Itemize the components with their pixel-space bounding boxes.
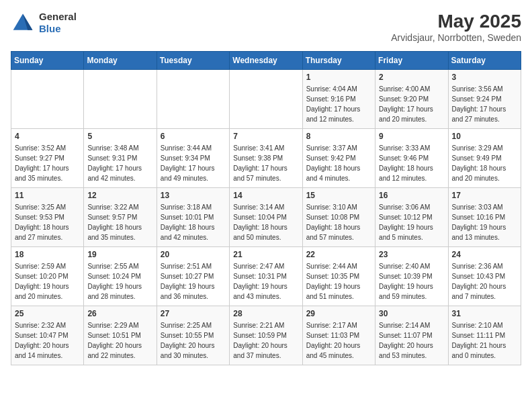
- day-number: 29: [306, 309, 371, 318]
- day-cell: 9Sunrise: 3:33 AM Sunset: 9:46 PM Daylig…: [375, 129, 448, 188]
- header-friday: Friday: [375, 52, 448, 70]
- day-number: 13: [161, 191, 226, 200]
- day-number: 14: [233, 191, 298, 200]
- header-monday: Monday: [84, 52, 157, 70]
- day-number: 30: [379, 309, 444, 318]
- day-number: 12: [87, 191, 152, 200]
- day-number: 28: [233, 309, 298, 318]
- day-info: Sunrise: 3:25 AM Sunset: 9:53 PM Dayligh…: [15, 202, 80, 242]
- day-info: Sunrise: 3:56 AM Sunset: 9:24 PM Dayligh…: [452, 84, 517, 124]
- day-cell: 8Sunrise: 3:37 AM Sunset: 9:42 PM Daylig…: [302, 129, 375, 188]
- day-number: 11: [15, 191, 80, 200]
- day-number: 20: [161, 250, 226, 259]
- header-tuesday: Tuesday: [157, 52, 229, 70]
- day-cell: [84, 70, 157, 129]
- day-info: Sunrise: 3:18 AM Sunset: 10:01 PM Daylig…: [161, 202, 226, 242]
- day-cell: 25Sunrise: 2:32 AM Sunset: 10:47 PM Dayl…: [11, 306, 84, 365]
- logo-text: General Blue: [39, 11, 77, 35]
- day-cell: 20Sunrise: 2:51 AM Sunset: 10:27 PM Dayl…: [157, 247, 229, 306]
- day-cell: 26Sunrise: 2:29 AM Sunset: 10:51 PM Dayl…: [84, 306, 157, 365]
- day-cell: 23Sunrise: 2:40 AM Sunset: 10:39 PM Dayl…: [375, 247, 448, 306]
- header-row: Sunday Monday Tuesday Wednesday Thursday…: [11, 52, 521, 70]
- day-number: 31: [452, 309, 517, 318]
- day-info: Sunrise: 2:29 AM Sunset: 10:51 PM Daylig…: [87, 320, 152, 361]
- day-number: 19: [87, 250, 152, 259]
- day-info: Sunrise: 2:25 AM Sunset: 10:55 PM Daylig…: [161, 320, 226, 361]
- header-sunday: Sunday: [11, 52, 84, 70]
- day-info: Sunrise: 2:17 AM Sunset: 11:03 PM Daylig…: [306, 320, 371, 361]
- day-cell: 22Sunrise: 2:44 AM Sunset: 10:35 PM Dayl…: [302, 247, 375, 306]
- week-row-3: 11Sunrise: 3:25 AM Sunset: 9:53 PM Dayli…: [11, 188, 521, 247]
- day-info: Sunrise: 3:03 AM Sunset: 10:16 PM Daylig…: [452, 202, 517, 242]
- day-info: Sunrise: 3:14 AM Sunset: 10:04 PM Daylig…: [233, 202, 298, 242]
- month-year: May 2025: [391, 11, 521, 32]
- day-number: 25: [15, 309, 80, 318]
- calendar-table: Sunday Monday Tuesday Wednesday Thursday…: [11, 51, 521, 365]
- day-cell: 28Sunrise: 2:21 AM Sunset: 10:59 PM Dayl…: [230, 306, 302, 365]
- day-cell: 15Sunrise: 3:10 AM Sunset: 10:08 PM Dayl…: [302, 188, 375, 247]
- day-info: Sunrise: 3:44 AM Sunset: 9:34 PM Dayligh…: [161, 143, 226, 183]
- day-cell: 2Sunrise: 4:00 AM Sunset: 9:20 PM Daylig…: [375, 70, 448, 129]
- week-row-5: 25Sunrise: 2:32 AM Sunset: 10:47 PM Dayl…: [11, 306, 521, 365]
- week-row-1: 1Sunrise: 4:04 AM Sunset: 9:16 PM Daylig…: [11, 70, 521, 129]
- day-number: 27: [161, 309, 226, 318]
- day-number: 24: [452, 250, 517, 259]
- day-info: Sunrise: 3:48 AM Sunset: 9:31 PM Dayligh…: [87, 143, 152, 183]
- day-info: Sunrise: 3:52 AM Sunset: 9:27 PM Dayligh…: [15, 143, 80, 183]
- calendar-body: 1Sunrise: 4:04 AM Sunset: 9:16 PM Daylig…: [11, 70, 521, 365]
- day-info: Sunrise: 3:22 AM Sunset: 9:57 PM Dayligh…: [87, 202, 152, 242]
- day-info: Sunrise: 2:55 AM Sunset: 10:24 PM Daylig…: [87, 261, 152, 302]
- day-info: Sunrise: 2:59 AM Sunset: 10:20 PM Daylig…: [15, 261, 80, 302]
- day-cell: [157, 70, 229, 129]
- day-info: Sunrise: 3:29 AM Sunset: 9:49 PM Dayligh…: [452, 143, 517, 183]
- day-number: 6: [161, 132, 226, 141]
- day-number: 21: [233, 250, 298, 259]
- day-cell: 10Sunrise: 3:29 AM Sunset: 9:49 PM Dayli…: [448, 129, 521, 188]
- day-info: Sunrise: 2:40 AM Sunset: 10:39 PM Daylig…: [379, 261, 444, 302]
- day-number: 3: [452, 73, 517, 82]
- day-info: Sunrise: 3:41 AM Sunset: 9:38 PM Dayligh…: [233, 143, 298, 183]
- week-row-4: 18Sunrise: 2:59 AM Sunset: 10:20 PM Dayl…: [11, 247, 521, 306]
- day-info: Sunrise: 4:00 AM Sunset: 9:20 PM Dayligh…: [379, 84, 444, 124]
- day-cell: 3Sunrise: 3:56 AM Sunset: 9:24 PM Daylig…: [448, 70, 521, 129]
- day-number: 9: [379, 132, 444, 141]
- day-cell: 5Sunrise: 3:48 AM Sunset: 9:31 PM Daylig…: [84, 129, 157, 188]
- day-cell: 31Sunrise: 2:10 AM Sunset: 11:11 PM Dayl…: [448, 306, 521, 365]
- day-info: Sunrise: 2:32 AM Sunset: 10:47 PM Daylig…: [15, 320, 80, 361]
- day-info: Sunrise: 3:37 AM Sunset: 9:42 PM Dayligh…: [306, 143, 371, 183]
- location: Arvidsjaur, Norrbotten, Sweden: [391, 32, 521, 43]
- day-info: Sunrise: 2:21 AM Sunset: 10:59 PM Daylig…: [233, 320, 298, 361]
- day-cell: 14Sunrise: 3:14 AM Sunset: 10:04 PM Dayl…: [230, 188, 302, 247]
- title-block: May 2025 Arvidsjaur, Norrbotten, Sweden: [391, 11, 521, 43]
- day-cell: 18Sunrise: 2:59 AM Sunset: 10:20 PM Dayl…: [11, 247, 84, 306]
- logo-icon: [11, 11, 35, 35]
- day-number: 22: [306, 250, 371, 259]
- day-number: 18: [15, 250, 80, 259]
- day-info: Sunrise: 4:04 AM Sunset: 9:16 PM Dayligh…: [306, 84, 371, 124]
- logo: General Blue: [11, 11, 77, 35]
- calendar-header: Sunday Monday Tuesday Wednesday Thursday…: [11, 52, 521, 70]
- day-info: Sunrise: 3:33 AM Sunset: 9:46 PM Dayligh…: [379, 143, 444, 183]
- day-cell: 16Sunrise: 3:06 AM Sunset: 10:12 PM Dayl…: [375, 188, 448, 247]
- day-number: 2: [379, 73, 444, 82]
- day-cell: 7Sunrise: 3:41 AM Sunset: 9:38 PM Daylig…: [230, 129, 302, 188]
- day-cell: 19Sunrise: 2:55 AM Sunset: 10:24 PM Dayl…: [84, 247, 157, 306]
- header-wednesday: Wednesday: [230, 52, 302, 70]
- day-cell: 11Sunrise: 3:25 AM Sunset: 9:53 PM Dayli…: [11, 188, 84, 247]
- day-cell: 24Sunrise: 2:36 AM Sunset: 10:43 PM Dayl…: [448, 247, 521, 306]
- day-cell: 1Sunrise: 4:04 AM Sunset: 9:16 PM Daylig…: [302, 70, 375, 129]
- logo-line1: General: [39, 11, 77, 23]
- day-info: Sunrise: 2:10 AM Sunset: 11:11 PM Daylig…: [452, 320, 517, 361]
- day-number: 1: [306, 73, 371, 82]
- day-cell: [230, 70, 302, 129]
- day-info: Sunrise: 2:51 AM Sunset: 10:27 PM Daylig…: [161, 261, 226, 302]
- header-thursday: Thursday: [302, 52, 375, 70]
- day-info: Sunrise: 2:14 AM Sunset: 11:07 PM Daylig…: [379, 320, 444, 361]
- day-cell: 27Sunrise: 2:25 AM Sunset: 10:55 PM Dayl…: [157, 306, 229, 365]
- day-number: 10: [452, 132, 517, 141]
- day-cell: 29Sunrise: 2:17 AM Sunset: 11:03 PM Dayl…: [302, 306, 375, 365]
- day-info: Sunrise: 2:36 AM Sunset: 10:43 PM Daylig…: [452, 261, 517, 302]
- day-number: 23: [379, 250, 444, 259]
- day-number: 15: [306, 191, 371, 200]
- day-info: Sunrise: 3:06 AM Sunset: 10:12 PM Daylig…: [379, 202, 444, 242]
